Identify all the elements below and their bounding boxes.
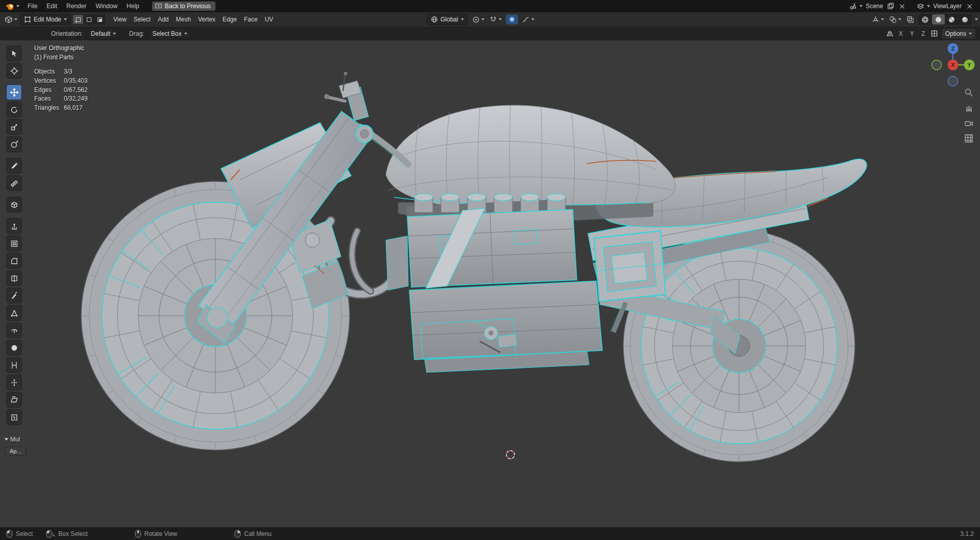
menu-help[interactable]: Help xyxy=(122,0,144,12)
shading-popover-chevron-icon[interactable] xyxy=(975,18,978,20)
orthographic-grid-icon[interactable] xyxy=(964,134,973,143)
menu-edge[interactable]: Edge xyxy=(219,12,240,27)
shading-material-button[interactable] xyxy=(945,14,958,25)
menu-render[interactable]: Render xyxy=(62,0,91,12)
snap-toggle-button[interactable] xyxy=(488,14,503,25)
scene-browse-chevron-icon[interactable] xyxy=(860,5,863,7)
tool-smooth[interactable] xyxy=(7,340,21,355)
drag-label: Drag: xyxy=(129,30,144,37)
panel-expand-icon xyxy=(5,438,9,441)
scene-icon xyxy=(848,2,857,11)
tool-spin[interactable] xyxy=(7,323,21,338)
edge-select-button[interactable] xyxy=(84,15,94,24)
spin-icon xyxy=(10,326,18,335)
scene-name[interactable]: Scene xyxy=(865,3,884,10)
tool-move[interactable] xyxy=(7,85,21,100)
camera-view-icon[interactable] xyxy=(964,119,973,128)
menu-face[interactable]: Face xyxy=(240,12,261,27)
hint-call-menu: Call Menu xyxy=(234,530,272,538)
pivot-point-dropdown[interactable] xyxy=(471,14,485,25)
shading-solid-button[interactable] xyxy=(932,14,945,25)
header-menus: View Select Add Mesh Vertex Edge Face UV xyxy=(110,12,277,27)
orientation-default-dropdown[interactable]: Default xyxy=(87,28,120,39)
menu-add[interactable]: Add xyxy=(154,12,172,27)
back-to-previous-button[interactable]: Back to Previous xyxy=(152,2,215,11)
tool-edge-slide[interactable] xyxy=(7,358,21,372)
options-dropdown[interactable]: Options xyxy=(941,28,976,39)
edge-slide-icon xyxy=(10,361,18,369)
pan-hand-icon[interactable] xyxy=(964,103,973,112)
tool-knife[interactable] xyxy=(7,288,21,303)
tool-shear[interactable] xyxy=(7,392,21,407)
tool-measure[interactable] xyxy=(7,176,21,191)
tool-add-cube[interactable] xyxy=(7,197,21,212)
menu-vertex[interactable]: Vertex xyxy=(194,12,219,27)
menu-window[interactable]: Window xyxy=(91,0,122,12)
rotate-icon xyxy=(10,106,18,114)
tool-loop-cut[interactable] xyxy=(7,271,21,286)
xray-toggle-button[interactable] xyxy=(905,14,915,25)
belly-pan xyxy=(409,281,602,372)
add-cube-icon xyxy=(10,201,18,209)
menu-select[interactable]: Select xyxy=(130,12,154,27)
mirror-z-toggle[interactable]: Z xyxy=(919,30,927,37)
drag-mode-value: Select Box xyxy=(152,30,181,37)
panel-header[interactable]: Mul xyxy=(5,436,26,443)
transform-orientation-dropdown[interactable]: Global xyxy=(427,14,468,25)
tool-annotate[interactable] xyxy=(7,158,21,173)
blender-menu-button[interactable] xyxy=(2,0,23,12)
loop-cut-icon xyxy=(10,274,18,283)
viewlayer-browse-chevron-icon[interactable] xyxy=(927,5,930,7)
tool-scale[interactable] xyxy=(7,120,21,134)
bevel-icon xyxy=(10,257,18,265)
chevron-down-icon xyxy=(16,5,19,7)
editor-type-button[interactable] xyxy=(4,14,18,25)
menu-edit[interactable]: Edit xyxy=(42,0,62,12)
axis-neg-z-ball[interactable] xyxy=(948,77,958,86)
viewlayer-name[interactable]: ViewLayer xyxy=(932,3,963,10)
proportional-editing-toggle[interactable] xyxy=(506,14,518,25)
tool-extrude-region[interactable] xyxy=(7,219,21,233)
zoom-tool-icon[interactable] xyxy=(964,88,973,97)
shading-wireframe-button[interactable] xyxy=(919,14,932,25)
show-gizmo-dropdown[interactable] xyxy=(871,14,885,25)
navigation-gizmo[interactable]: Z Y X xyxy=(931,42,976,89)
tool-bevel[interactable] xyxy=(7,253,21,268)
mirror-x-toggle[interactable]: X xyxy=(897,30,905,37)
edit-mode-icon xyxy=(24,16,31,23)
tool-shrink-fatten[interactable] xyxy=(7,375,21,390)
tool-inset-faces[interactable] xyxy=(7,236,21,251)
axis-neg-y-ball[interactable] xyxy=(932,60,942,70)
axis-y-label: Y xyxy=(967,62,971,68)
mode-selector[interactable]: Edit Mode xyxy=(20,14,71,25)
menu-uv[interactable]: UV xyxy=(261,12,277,27)
menu-view[interactable]: View xyxy=(110,12,130,27)
tool-rotate[interactable] xyxy=(7,102,21,117)
new-scene-icon[interactable] xyxy=(886,2,895,11)
tool-cursor[interactable] xyxy=(7,63,21,78)
mirror-y-toggle[interactable]: Y xyxy=(908,30,916,37)
mode-label: Edit Mode xyxy=(34,16,61,23)
face-select-button[interactable] xyxy=(94,15,105,24)
tool-transform[interactable] xyxy=(7,137,21,152)
unlink-viewlayer-icon[interactable] xyxy=(965,2,974,11)
tool-poly-build[interactable] xyxy=(7,306,21,320)
shading-rendered-button[interactable] xyxy=(959,14,971,25)
pivot-point-icon xyxy=(472,16,480,24)
apply-button[interactable]: Ap... xyxy=(5,447,26,456)
menu-mesh[interactable]: Mesh xyxy=(173,12,194,27)
vertex-select-button[interactable] xyxy=(73,15,83,24)
drag-mode-dropdown[interactable]: Select Box xyxy=(148,28,191,39)
snap-base-icon[interactable] xyxy=(930,30,938,37)
menu-file[interactable]: File xyxy=(23,0,42,12)
proportional-editing-icon xyxy=(508,16,516,23)
viewport-canvas[interactable] xyxy=(0,40,980,527)
show-overlays-dropdown[interactable] xyxy=(888,14,902,25)
proportional-falloff-dropdown[interactable] xyxy=(521,14,535,25)
tool-rip-region[interactable] xyxy=(7,410,21,425)
unlink-scene-icon[interactable] xyxy=(897,2,906,11)
3d-viewport[interactable]: User Orthographic (1) Front Parts Object… xyxy=(0,40,980,527)
back-screen-icon xyxy=(155,3,162,10)
tool-select-box[interactable] xyxy=(7,46,21,61)
panel-title: Mul xyxy=(10,436,20,443)
